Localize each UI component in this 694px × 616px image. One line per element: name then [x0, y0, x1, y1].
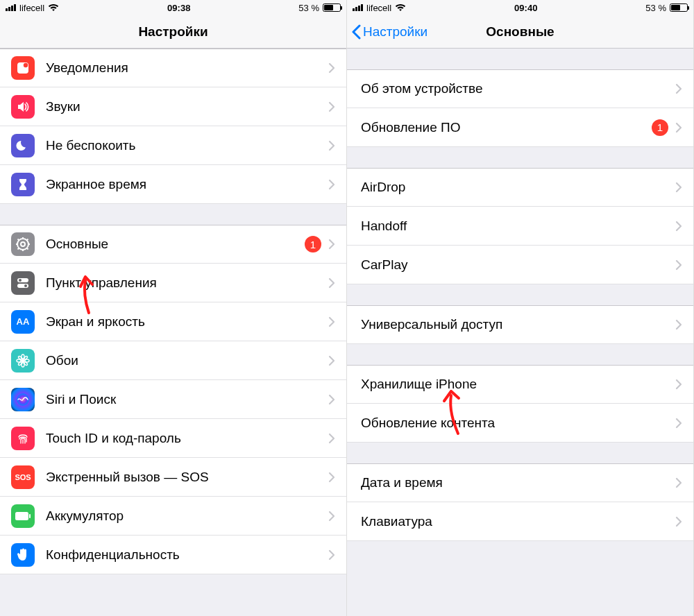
settings-row-dnd[interactable]: Не беспокоить: [0, 126, 346, 165]
carrier-label: lifecell: [19, 3, 44, 13]
settings-row-sounds[interactable]: Звуки: [0, 87, 346, 126]
page-title: Основные: [486, 24, 554, 40]
chevron-right-icon: [328, 472, 335, 483]
row-label: Универсальный доступ: [361, 317, 668, 332]
phone-left-settings: lifecell 09:38 53 % Настройки Уведомлени…: [0, 0, 347, 616]
svg-line-9: [26, 248, 28, 249]
general-list[interactable]: Об этом устройстве Обновление ПО 1 AirDr…: [347, 49, 693, 616]
settings-row-notifications[interactable]: Уведомления: [0, 49, 346, 87]
chevron-right-icon: [675, 259, 682, 271]
svg-rect-27: [29, 514, 31, 518]
row-label: Основные: [46, 237, 299, 252]
row-label: CarPlay: [361, 257, 668, 273]
svg-line-8: [18, 239, 19, 241]
settings-row-controlcenter[interactable]: Пункт управления: [0, 264, 346, 302]
row-label: Экран и яркость: [46, 314, 321, 330]
general-row-about[interactable]: Об этом устройстве: [347, 69, 693, 108]
row-label: Клавиатура: [361, 514, 668, 529]
phone-right-general: lifecell 09:40 53 % Настройки Основные О…: [347, 0, 694, 616]
moon-icon: [11, 134, 35, 157]
general-row-datetime[interactable]: Дата и время: [347, 463, 693, 502]
settings-row-wallpaper[interactable]: Обои: [0, 341, 346, 380]
svg-line-10: [18, 248, 19, 249]
svg-point-3: [21, 242, 25, 246]
chevron-right-icon: [675, 477, 682, 488]
row-label: Экранное время: [46, 177, 321, 192]
chevron-right-icon: [328, 140, 335, 151]
settings-row-sos[interactable]: SOS Экстренный вызов — SOS: [0, 458, 346, 497]
back-button[interactable]: Настройки: [351, 24, 428, 40]
chevron-right-icon: [675, 319, 682, 330]
chevron-right-icon: [675, 418, 682, 429]
chevron-right-icon: [328, 355, 335, 366]
clock-label: 09:38: [167, 3, 190, 13]
wifi-icon: [395, 3, 406, 12]
navbar: Настройки Основные: [347, 15, 693, 49]
chevron-right-icon: [675, 83, 682, 94]
switches-icon: [11, 271, 35, 295]
settings-row-battery[interactable]: Аккумулятор: [0, 497, 346, 536]
row-label: Звуки: [46, 99, 321, 114]
battery-percent-label: 53 %: [298, 3, 319, 13]
speaker-icon: [11, 95, 35, 119]
row-label: Дата и время: [361, 475, 668, 490]
flower-icon: [11, 349, 35, 373]
settings-list[interactable]: Уведомления Звуки Не беспокоить Экранное…: [0, 49, 346, 616]
signal-icon: [6, 4, 16, 11]
battery-percent-label: 53 %: [645, 3, 666, 13]
settings-row-general[interactable]: Основные 1: [0, 225, 346, 264]
page-title: Настройки: [138, 24, 208, 40]
svg-point-1: [24, 63, 28, 67]
general-row-accessibility[interactable]: Универсальный доступ: [347, 305, 693, 344]
chevron-right-icon: [328, 511, 335, 522]
svg-point-16: [22, 359, 24, 361]
row-label: Siri и Поиск: [46, 392, 321, 407]
settings-row-touchid[interactable]: Touch ID и код-пароль: [0, 419, 346, 458]
general-row-handoff[interactable]: Handoff: [347, 207, 693, 246]
chevron-right-icon: [675, 221, 682, 232]
status-bar: lifecell 09:38 53 %: [0, 0, 346, 15]
chevron-right-icon: [328, 62, 335, 74]
general-row-update[interactable]: Обновление ПО 1: [347, 108, 693, 147]
chevron-right-icon: [328, 549, 335, 561]
chevron-right-icon: [675, 122, 682, 133]
row-label: Об этом устройстве: [361, 81, 668, 96]
row-label: Обновление ПО: [361, 120, 646, 135]
settings-row-display[interactable]: AA Экран и яркость: [0, 302, 346, 341]
row-label: Пункт управления: [46, 275, 321, 291]
badge: 1: [652, 119, 668, 136]
battery-icon: [11, 504, 35, 528]
general-row-backgroundrefresh[interactable]: Обновление контента: [347, 404, 693, 443]
row-label: Touch ID и код-пароль: [46, 431, 321, 446]
fingerprint-icon: [11, 427, 35, 450]
row-label: AirDrop: [361, 180, 668, 195]
badge: 1: [305, 236, 321, 253]
hourglass-icon: [11, 173, 35, 196]
gear-icon: [11, 232, 35, 256]
clock-label: 09:40: [514, 3, 537, 13]
svg-point-15: [24, 284, 27, 287]
settings-row-privacy[interactable]: Конфиденциальность: [0, 536, 346, 574]
general-row-storage[interactable]: Хранилище iPhone: [347, 365, 693, 404]
row-label: Handoff: [361, 219, 668, 234]
general-row-keyboard[interactable]: Клавиатура: [347, 502, 693, 541]
notifications-icon: [11, 56, 35, 80]
svg-point-13: [19, 279, 22, 282]
chevron-right-icon: [328, 433, 335, 444]
carrier-label: lifecell: [366, 3, 391, 13]
battery-icon: [670, 3, 688, 12]
settings-row-screentime[interactable]: Экранное время: [0, 165, 346, 204]
general-row-carplay[interactable]: CarPlay: [347, 246, 693, 284]
general-row-airdrop[interactable]: AirDrop: [347, 168, 693, 207]
navbar: Настройки: [0, 15, 346, 49]
hand-icon: [11, 543, 35, 567]
svg-rect-26: [15, 512, 28, 520]
row-label: Аккумулятор: [46, 508, 321, 524]
settings-row-siri[interactable]: Siri и Поиск: [0, 380, 346, 419]
row-label: Конфиденциальность: [46, 547, 321, 563]
siri-icon: [11, 388, 35, 411]
row-label: Хранилище iPhone: [361, 377, 668, 392]
row-label: Обои: [46, 353, 321, 368]
row-label: Не беспокоить: [46, 138, 321, 153]
status-bar: lifecell 09:40 53 %: [347, 0, 693, 15]
